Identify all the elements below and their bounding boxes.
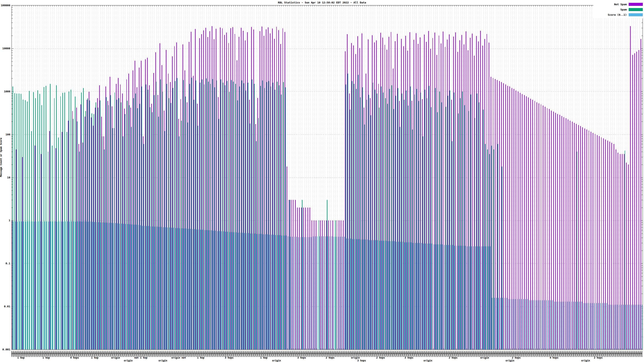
x-tick-top [548,5,548,6]
x-tick-top [173,5,173,6]
bar-score [386,241,386,350]
y-tick-label: 0.01 [0,305,10,308]
bar-score [176,228,176,350]
bar-score [44,221,45,350]
bar-not-spam [610,142,610,350]
x-grid-line [623,5,623,350]
bar-score [367,240,368,350]
x-grid-line [596,5,596,350]
x-axis-fragment: origin [124,359,132,362]
bar-score [242,233,243,350]
bar-not-spam [332,220,333,350]
bar-score [26,222,26,350]
bar-score [84,221,84,350]
bar-score [498,298,499,350]
bar-score [200,230,201,350]
bar-not-spam [553,112,554,350]
bar-score [588,303,588,350]
x-tick-top [508,5,508,6]
x-tick-top [423,5,423,6]
x-tick-top [344,5,344,6]
bar-not-spam [601,137,602,350]
bar-score [263,234,264,350]
bar-score [273,235,274,350]
x-tick-top [552,5,552,6]
x-tick-top [221,5,221,6]
x-tick-top [340,5,340,6]
bar-score [473,246,474,350]
x-grid-line [556,5,556,350]
bar-not-spam [566,118,566,350]
bar-score [302,237,303,350]
bar-score [448,245,449,350]
bar-score [617,305,618,350]
x-tick-top [92,5,92,6]
x-tick-top [456,5,456,6]
legend-swatch-not-spam-icon [629,3,643,6]
bar-score [211,230,212,350]
bar-score [103,222,103,350]
x-tick-top [134,5,134,6]
bar-not-spam [518,91,518,350]
bar-score [421,243,422,350]
bar-score [411,242,411,350]
x-tick-top [406,5,406,6]
bar-score [640,305,640,350]
x-tick-top [583,5,584,6]
x-tick-top [429,5,429,6]
x-tick-top [277,5,277,6]
x-tick-top [204,5,204,6]
bar-score [525,299,526,350]
bar-not-spam [599,136,600,350]
x-tick-top [577,5,577,6]
x-tick-top [242,5,242,6]
x-tick-top [558,5,558,6]
legend-label-score: Score (0..1) [608,13,627,16]
x-grid-line [631,5,631,350]
bar-score [315,236,316,350]
x-tick-top [336,5,336,6]
bar-not-spam [564,117,564,350]
x-grid-line [579,5,579,350]
bar-not-spam [551,111,552,350]
bar-score [32,221,32,350]
bar-score [52,221,53,350]
x-tick-top [510,5,510,6]
bar-score [259,234,260,350]
x-tick-top [298,5,298,6]
bar-score [486,246,486,350]
x-tick-top [202,5,202,6]
bar-score [146,226,147,350]
bar-score [271,235,272,350]
bar-score [415,243,416,350]
bar-not-spam [534,101,535,350]
bar-score [623,305,624,350]
y-tick-right [642,222,642,223]
bar-score [34,222,34,350]
bar-score [65,221,66,350]
x-tick-top [86,5,86,6]
x-tick-top [542,5,542,6]
bar-score [140,225,141,350]
bar-score [234,232,234,350]
bar-score [300,237,301,350]
x-tick-top [106,5,107,6]
bar-score [561,302,561,350]
x-tick-top [535,5,536,6]
bar-not-spam [312,220,312,350]
bar-score [519,299,520,350]
bar-score [238,233,238,350]
bar-score [78,221,78,350]
bar-not-spam [597,135,598,350]
bar-score [638,305,638,350]
bar-not-spam [636,52,637,350]
bar-score [330,236,330,350]
bar-score [550,300,551,350]
x-tick-top [342,5,342,6]
bar-not-spam [443,31,443,350]
bar-score [544,300,544,350]
x-tick-top [358,5,359,6]
x-tick-top [73,5,73,6]
x-tick-top [40,5,40,6]
x-tick-top [167,5,167,6]
